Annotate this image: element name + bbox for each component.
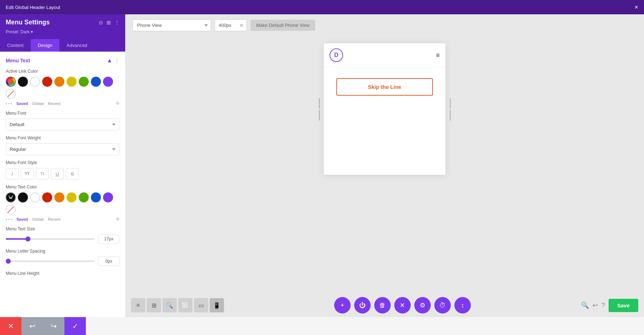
italic-button[interactable]: I xyxy=(6,168,19,180)
canvas-bottombar: ≡ ⊞ 🔍 ⬜ ▭ 📱 + ⏻ 🗑 ✕ ⚙ ⏱ ↕ 🔍 ↩ ? Save xyxy=(125,293,644,317)
section-more-button[interactable]: ⋮ xyxy=(114,57,119,64)
menu-text-red-swatch[interactable] xyxy=(42,192,52,202)
width-close-button[interactable]: ✕ xyxy=(236,20,247,30)
menu-text-recent-tab[interactable]: Recent xyxy=(48,217,60,221)
undo-action-button[interactable]: ↩ xyxy=(21,317,43,335)
menu-text-yellow-swatch[interactable] xyxy=(67,192,77,202)
lime-swatch[interactable] xyxy=(79,77,89,87)
phone-header: D ≡ xyxy=(324,43,445,67)
menu-text-settings-icon[interactable]: ⚙ xyxy=(116,217,119,221)
clear-swatch[interactable] xyxy=(6,89,16,99)
history-button[interactable]: ⏱ xyxy=(434,297,451,314)
saved-tab-active[interactable]: Saved xyxy=(16,101,28,106)
search-tool[interactable]: 🔍 xyxy=(162,298,177,312)
menu-text-black-swatch[interactable] xyxy=(18,192,28,202)
menu-text-clear-swatch[interactable] xyxy=(6,205,16,215)
underline-button[interactable]: U xyxy=(51,168,64,180)
strikethrough-button[interactable]: S xyxy=(66,168,79,180)
hamburger-tool[interactable]: ≡ xyxy=(131,298,145,312)
hamburger-menu[interactable]: ≡ xyxy=(436,52,440,59)
orange-swatch[interactable] xyxy=(54,77,64,87)
blue-swatch[interactable] xyxy=(91,77,101,87)
active-link-color-row xyxy=(6,77,119,99)
drag-bar-left xyxy=(319,98,320,109)
font-style-row: I TT Tt U S xyxy=(6,168,119,180)
menu-text-global-tab[interactable]: Global xyxy=(32,217,44,221)
width-input-wrapper: ✕ xyxy=(215,19,247,31)
confirm-action-button[interactable]: ✓ xyxy=(64,317,86,335)
action-bar-left: ✕ ↩ ↪ ✓ xyxy=(0,317,86,335)
recent-tab-active[interactable]: Recent xyxy=(48,101,60,106)
black-swatch[interactable] xyxy=(18,77,28,87)
save-button[interactable]: Save xyxy=(609,299,638,312)
delete-button[interactable]: 🗑 xyxy=(374,297,391,314)
tab-content[interactable]: Content xyxy=(0,39,31,52)
tab-advanced[interactable]: Advanced xyxy=(59,39,94,52)
panel-title: Menu Settings xyxy=(6,19,50,26)
menu-text-white-swatch[interactable] xyxy=(30,192,40,202)
drag-handle-right[interactable] xyxy=(448,98,453,120)
phone-tool[interactable]: 📱 xyxy=(210,298,224,312)
cancel-action-button[interactable]: ✕ xyxy=(0,317,21,335)
search-right-button[interactable]: 🔍 xyxy=(581,301,589,309)
capitalize-button[interactable]: Tt xyxy=(36,168,49,180)
add-button[interactable]: + xyxy=(334,297,351,314)
desktop-tool[interactable]: ⬜ xyxy=(178,298,192,312)
power-button[interactable]: ⏻ xyxy=(354,297,371,314)
menu-text-orange-swatch[interactable] xyxy=(54,192,64,202)
menu-text-blue-swatch[interactable] xyxy=(91,192,101,202)
menu-letter-spacing-track[interactable] xyxy=(6,260,94,262)
menu-text-saved-tab[interactable]: Saved xyxy=(16,217,28,221)
menu-text-purple-swatch[interactable] xyxy=(103,192,113,202)
phone-body: Skip the Line xyxy=(324,67,445,175)
help-button[interactable]: ? xyxy=(601,302,605,309)
drag-handle-left[interactable] xyxy=(317,98,322,120)
width-input[interactable] xyxy=(215,20,236,31)
settings-circle-button[interactable]: ⚙ xyxy=(414,297,431,314)
red-swatch[interactable] xyxy=(42,77,52,87)
more-colors-dots[interactable]: • • • xyxy=(6,101,12,106)
menu-font-select[interactable]: Default Arial Georgia xyxy=(6,119,119,130)
menu-text-active-swatch[interactable] xyxy=(6,192,16,202)
canvas-content: D ≡ Skip the Line xyxy=(125,36,644,293)
menu-text-more-dots[interactable]: • • • xyxy=(6,217,12,221)
collapse-button[interactable]: ▲ xyxy=(107,57,112,64)
layout-icon[interactable]: ⊞ xyxy=(107,20,111,25)
menu-letter-spacing-row xyxy=(6,257,119,266)
menu-text-size-thumb[interactable] xyxy=(25,236,30,241)
color-settings-icon[interactable]: ⚙ xyxy=(116,101,119,106)
active-link-color-label: Active Link Color xyxy=(6,69,119,74)
white-swatch[interactable] xyxy=(30,77,40,87)
panel-content: Menu Text ▲ ⋮ Active Link Color xyxy=(0,52,125,317)
uppercase-button[interactable]: TT xyxy=(21,168,34,180)
yellow-swatch[interactable] xyxy=(67,77,77,87)
make-default-button[interactable]: Make Default Phone View xyxy=(250,20,315,31)
menu-letter-spacing-label: Menu Letter Spacing xyxy=(6,249,119,254)
menu-font-weight-select[interactable]: Regular Bold Light xyxy=(6,143,119,155)
menu-text-size-track[interactable] xyxy=(6,238,94,240)
redo-action-button[interactable]: ↪ xyxy=(43,317,64,335)
skip-the-line-button[interactable]: Skip the Line xyxy=(336,78,433,96)
more-icon[interactable]: ⋮ xyxy=(114,20,119,25)
active-color-swatch[interactable] xyxy=(6,77,16,87)
global-tab-active[interactable]: Global xyxy=(32,101,44,106)
menu-letter-spacing-thumb[interactable] xyxy=(6,259,11,264)
refresh-right-button[interactable]: ↩ xyxy=(592,301,598,309)
preset-label[interactable]: Preset: Dark ▾ xyxy=(6,29,33,34)
section-header-menu-text: Menu Text ▲ ⋮ xyxy=(6,57,119,64)
close-button[interactable]: × xyxy=(634,4,638,10)
purple-swatch[interactable] xyxy=(103,77,113,87)
resize-button[interactable]: ↕ xyxy=(454,297,471,314)
menu-text-color-label: Menu Text Color xyxy=(6,185,119,190)
menu-letter-spacing-input[interactable] xyxy=(98,257,119,266)
settings-icon[interactable]: ⊙ xyxy=(99,20,103,25)
menu-text-lime-swatch[interactable] xyxy=(79,192,89,202)
tablet-tool[interactable]: ▭ xyxy=(194,298,208,312)
menu-text-size-input[interactable] xyxy=(98,234,119,244)
panel-icons: ⊙ ⊞ ⋮ xyxy=(99,20,119,25)
tab-design[interactable]: Design xyxy=(31,39,59,52)
grid-tool[interactable]: ⊞ xyxy=(147,298,161,312)
close-circle-button[interactable]: ✕ xyxy=(394,297,411,314)
phone-frame: D ≡ Skip the Line xyxy=(324,43,445,175)
view-select[interactable]: Phone View Desktop View Tablet View xyxy=(132,19,211,31)
